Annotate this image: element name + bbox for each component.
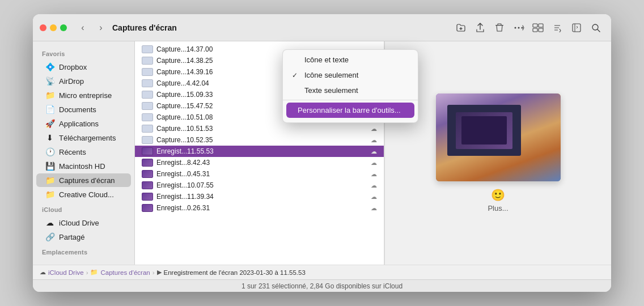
file-thumbnail xyxy=(142,204,153,212)
file-item[interactable]: Enregist...11.39.34 ☁ xyxy=(135,191,384,202)
file-thumbnail xyxy=(142,68,153,76)
sidebar-item-label: Documents xyxy=(59,105,96,114)
file-thumbnail xyxy=(142,102,153,110)
file-thumbnail xyxy=(142,159,153,167)
file-name: Enregist...8.42.43 xyxy=(156,159,367,167)
sidebar-item-telechargements[interactable]: ⬇ Téléchargements xyxy=(36,131,131,144)
file-name: Enregist...11.39.34 xyxy=(156,193,367,201)
breadcrumb-sep2: › xyxy=(152,269,155,276)
sidebar-item-label: AirDrop xyxy=(59,77,84,86)
cloud-icon: ☁ xyxy=(371,193,377,201)
file-item[interactable]: Enregist...0.45.31 ☁ xyxy=(135,168,384,180)
cloud-icon: ☁ xyxy=(371,125,377,133)
cloud-icon: ☁ xyxy=(371,159,377,167)
sidebar-item-documents[interactable]: 📄 Documents xyxy=(36,103,131,116)
selected-file-item[interactable]: Enregist...11.55.53 ☁ xyxy=(135,146,384,157)
hd-icon: 💾 xyxy=(45,162,54,171)
sidebar-item-label: Téléchargements xyxy=(59,134,116,142)
breadcrumb-icloud[interactable]: iCloud Drive xyxy=(48,269,84,276)
file-thumbnail xyxy=(142,136,153,144)
share-button[interactable] xyxy=(472,19,489,36)
svg-rect-9 xyxy=(539,28,543,32)
traffic-lights xyxy=(40,24,67,31)
view-toggle-button[interactable] xyxy=(529,19,546,36)
file-item[interactable]: Capture...10.51.53 ☁ xyxy=(135,123,384,134)
back-button[interactable]: ‹ xyxy=(76,21,90,35)
expand-button[interactable] xyxy=(568,19,585,36)
sidebar-item-recents[interactable]: 🕐 Récents xyxy=(36,145,131,159)
close-button[interactable] xyxy=(40,24,46,31)
cloud-icon: ☁ xyxy=(371,182,377,189)
file-thumbnail xyxy=(142,193,153,201)
file-thumbnail xyxy=(142,170,153,178)
delete-button[interactable] xyxy=(491,19,508,36)
sidebar-item-label: Applications xyxy=(59,120,99,128)
menu-icone-seulement[interactable]: Icône seulement xyxy=(283,67,418,83)
file-name: Enregist...0.26.31 xyxy=(156,204,367,212)
file-thumbnail xyxy=(142,147,153,155)
fullscreen-button[interactable] xyxy=(60,24,67,31)
sort-button[interactable] xyxy=(549,19,566,36)
toolbar xyxy=(452,19,604,36)
creative-cloud-icon: 📁 xyxy=(45,190,54,199)
sidebar-favoris-header: Favoris xyxy=(33,46,134,60)
more-button[interactable] xyxy=(510,19,527,36)
status-text: 1 sur 231 sélectionné, 2,84 Go disponibl… xyxy=(242,282,402,290)
sidebar-item-dropbox[interactable]: 💠 Dropbox xyxy=(36,60,131,74)
menu-customize[interactable]: Personnaliser la barre d'outils... xyxy=(286,103,414,118)
smiley-icon: 🙂 xyxy=(491,188,505,202)
file-name: Enregist...0.45.31 xyxy=(156,170,367,178)
file-item[interactable]: Enregist...0.26.31 ☁ xyxy=(135,202,384,214)
sidebar-item-creative-cloud[interactable]: 📁 Creative Cloud... xyxy=(36,188,131,201)
sidebar-item-label: Captures d'écran xyxy=(59,176,115,185)
file-item[interactable]: Enregist...8.42.43 ☁ xyxy=(135,157,384,168)
breadcrumb-captures[interactable]: Captures d'écran xyxy=(100,269,150,276)
svg-point-3 xyxy=(515,27,516,28)
sidebar-item-micro-entreprise[interactable]: 📁 Micro entreprise xyxy=(36,88,131,102)
more-label[interactable]: Plus... xyxy=(488,204,508,212)
customize-label: Personnaliser la barre d'outils... xyxy=(298,106,401,114)
sidebar-emplacements-header: Emplacements xyxy=(33,244,134,258)
sidebar-item-captures-ecran[interactable]: 📁 Captures d'écran xyxy=(36,173,131,187)
sidebar-item-label: Creative Cloud... xyxy=(59,190,114,199)
file-item[interactable]: Enregist...10.07.55 ☁ xyxy=(135,180,384,191)
file-thumbnail xyxy=(142,79,153,87)
minimize-button[interactable] xyxy=(50,24,57,31)
sidebar-item-airdrop[interactable]: 📡 AirDrop xyxy=(36,74,131,88)
menu-item-label: Icône seulement xyxy=(304,71,358,79)
svg-rect-6 xyxy=(533,24,537,27)
breadcrumb-file: Enregistrement de l'écran 2023-01-30 à 1… xyxy=(164,269,306,276)
forward-button[interactable]: › xyxy=(94,21,108,35)
sidebar-item-label: Partagé xyxy=(59,233,85,241)
menu-icone-texte[interactable]: Icône et texte xyxy=(283,52,418,67)
preview-inner-window xyxy=(447,105,521,156)
dropbox-icon: 💠 xyxy=(45,62,54,71)
svg-rect-8 xyxy=(533,28,537,32)
sidebar-item-partage[interactable]: 🔗 Partagé xyxy=(36,230,131,244)
file-item[interactable]: Capture...10.52.35 ☁ xyxy=(135,134,384,146)
sidebar-item-applications[interactable]: 🚀 Applications xyxy=(36,117,131,130)
menu-texte-seulement[interactable]: Texte seulement xyxy=(283,83,418,98)
menu-item-label: Icône et texte xyxy=(304,56,349,64)
file-thumbnail xyxy=(142,91,153,99)
airdrop-icon: 📡 xyxy=(45,76,54,86)
titlebar: ‹ › Captures d'écran xyxy=(33,14,611,41)
breadcrumb-bar: ☁ iCloud Drive › 📁 Captures d'écran › ▶ … xyxy=(33,265,611,279)
file-thumbnail xyxy=(142,57,153,65)
svg-point-4 xyxy=(518,27,520,28)
documents-icon: 📄 xyxy=(45,105,54,114)
sidebar-item-icloud-drive[interactable]: ☁ iCloud Drive xyxy=(36,216,131,230)
applications-icon: 🚀 xyxy=(45,119,54,128)
search-button[interactable] xyxy=(587,19,604,36)
sidebar-item-macintosh-hd[interactable]: 💾 Macintosh HD xyxy=(36,159,131,173)
file-name: Enregist...11.55.53 xyxy=(156,147,367,155)
file-thumbnail xyxy=(142,113,153,121)
breadcrumb-sep1: › xyxy=(86,269,88,276)
file-thumbnail xyxy=(142,181,153,189)
new-folder-button[interactable] xyxy=(452,19,469,36)
context-menu: Icône et texte Icône seulement Texte seu… xyxy=(282,49,418,123)
icloud-icon: ☁ xyxy=(45,218,54,227)
menu-separator xyxy=(283,100,418,100)
file-name: Capture...10.52.35 xyxy=(156,136,367,144)
menu-item-label: Texte seulement xyxy=(304,86,358,95)
